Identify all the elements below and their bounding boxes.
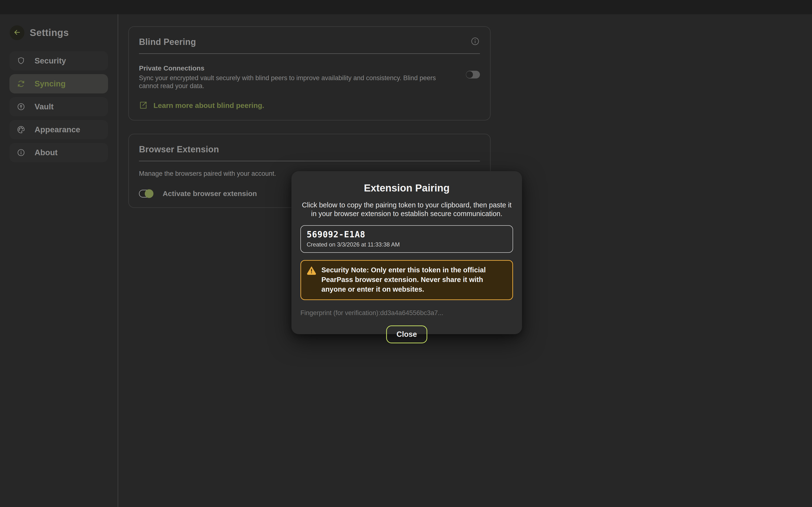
- sidebar-item-about[interactable]: About: [9, 143, 108, 162]
- card-header: Blind Peering: [139, 36, 480, 47]
- learn-more-link[interactable]: Learn more about blind peering.: [139, 101, 480, 110]
- sidebar-header: Settings: [10, 25, 118, 40]
- sidebar-item-label: Security: [35, 56, 66, 65]
- modal-title: Extension Pairing: [300, 182, 513, 194]
- learn-more-label: Learn more about blind peering.: [153, 101, 264, 110]
- token-created-timestamp: Created on 3/3/2026 at 11:33:38 AM: [307, 241, 507, 248]
- sidebar-item-security[interactable]: Security: [9, 51, 108, 70]
- blind-peering-card: Blind Peering Private Connections Sync y…: [128, 26, 491, 120]
- private-connections-toggle[interactable]: [466, 71, 480, 78]
- activate-extension-toggle[interactable]: [139, 190, 153, 198]
- window-titlebar: [0, 0, 812, 14]
- security-note-box: Security Note: Only enter this token in …: [300, 260, 513, 300]
- card-header: Browser Extension: [139, 143, 480, 155]
- back-button[interactable]: [10, 25, 24, 40]
- modal-instructions: Click below to copy the pairing token to…: [300, 201, 513, 218]
- pairing-token-box[interactable]: 569092-E1A8 Created on 3/3/2026 at 11:33…: [300, 225, 513, 253]
- sync-icon: [17, 79, 26, 88]
- card-title: Browser Extension: [139, 145, 219, 155]
- pairing-token: 569092-E1A8: [307, 230, 507, 239]
- shield-icon: [17, 56, 26, 65]
- card-title: Blind Peering: [139, 37, 196, 47]
- activate-extension-label: Activate browser extension: [163, 189, 257, 198]
- setting-description: Sync your encrypted vault securely with …: [139, 74, 449, 90]
- sidebar-item-label: Vault: [35, 102, 54, 111]
- warning-triangle-icon: [307, 265, 316, 276]
- extension-pairing-modal: Extension Pairing Click below to copy th…: [292, 171, 522, 334]
- settings-sidebar: Settings SecuritySyncingVaultAppearanceA…: [0, 14, 118, 507]
- sidebar-item-vault[interactable]: Vault: [9, 97, 108, 116]
- info-icon: [17, 148, 26, 157]
- vault-icon: [17, 102, 26, 111]
- private-connections-row: Private Connections Sync your encrypted …: [139, 64, 480, 90]
- arrow-left-icon: [13, 28, 21, 37]
- divider: [139, 161, 480, 161]
- sidebar-item-label: About: [35, 148, 57, 157]
- info-circle-icon[interactable]: [470, 37, 480, 46]
- security-note-text: Security Note: Only enter this token in …: [321, 265, 495, 294]
- sidebar-item-label: Appearance: [35, 125, 80, 134]
- external-link-icon: [139, 101, 148, 110]
- sidebar-nav: SecuritySyncingVaultAppearanceAbout: [0, 51, 118, 162]
- toggle-knob: [466, 71, 473, 78]
- app-window: Settings SecuritySyncingVaultAppearanceA…: [0, 0, 812, 507]
- setting-title: Private Connections: [139, 64, 449, 72]
- sidebar-item-appearance[interactable]: Appearance: [9, 120, 108, 139]
- setting-text: Private Connections Sync your encrypted …: [139, 64, 466, 90]
- page-title: Settings: [30, 27, 69, 38]
- fingerprint-text: Fingerprint (for verification):dd3a4a645…: [300, 309, 513, 317]
- divider: [139, 53, 480, 54]
- toggle-knob: [145, 189, 153, 198]
- sidebar-item-label: Syncing: [35, 79, 65, 89]
- sidebar-item-syncing[interactable]: Syncing: [9, 74, 108, 94]
- close-button[interactable]: Close: [386, 326, 427, 343]
- palette-icon: [17, 125, 26, 134]
